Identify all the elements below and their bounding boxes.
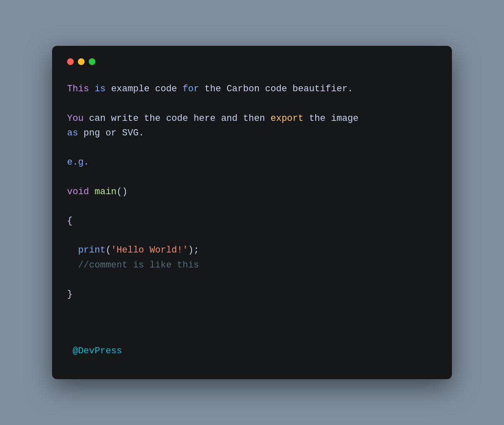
blank-line-7 <box>67 302 437 316</box>
code-display: This is example code for the Carbon code… <box>67 82 437 358</box>
token-and: and <box>221 113 238 124</box>
token-close-paren: ); <box>188 245 199 255</box>
maximize-button[interactable] <box>89 58 95 65</box>
token-is: is <box>95 84 105 94</box>
blank-line-1 <box>67 97 437 111</box>
code-line-6: { <box>67 214 437 228</box>
code-line-2: You can write the code here and then exp… <box>67 111 437 126</box>
token-open-paren: ( <box>105 245 111 255</box>
token-eg: e.g. <box>67 157 89 168</box>
code-window: This is example code for the Carbon code… <box>52 46 452 379</box>
minimize-button[interactable] <box>78 58 85 65</box>
token-example: example code <box>111 84 177 94</box>
token-close-brace: } <box>67 289 72 300</box>
token-you: You <box>67 113 84 124</box>
code-line-4: e.g. <box>67 155 437 170</box>
code-line-1: This is example code for the Carbon code… <box>67 82 437 96</box>
token-void: void <box>67 187 89 197</box>
token-for: for <box>182 84 199 94</box>
blank-line-6 <box>67 272 437 287</box>
token-the-image: the image <box>309 113 359 124</box>
token-as: as <box>67 128 78 138</box>
token-export: export <box>271 113 304 124</box>
blank-line-8 <box>67 316 437 331</box>
close-button[interactable] <box>67 58 74 65</box>
token-then: then <box>243 113 265 124</box>
token-parens: () <box>117 187 127 197</box>
token-main: main <box>95 187 117 197</box>
code-line-7: print('Hello World!'); <box>67 243 437 258</box>
code-line-8: //comment is like this <box>67 258 437 272</box>
code-line-9: } <box>67 287 437 302</box>
blank-line-3 <box>67 170 437 184</box>
token-open-brace: { <box>67 216 72 226</box>
token-print: print <box>78 245 105 255</box>
token-png: png or SVG. <box>84 128 144 138</box>
token-string: 'Hello World!' <box>111 245 188 255</box>
devpress-handle: @DevPress <box>67 344 437 358</box>
titlebar <box>67 58 437 65</box>
blank-line-2 <box>67 140 437 155</box>
token-can: can write the code here <box>89 113 216 124</box>
blank-line-5 <box>67 228 437 243</box>
code-line-5: void main() <box>67 185 437 199</box>
token-this: This <box>67 84 89 94</box>
token-the: the Carbon code beautifier. <box>205 84 353 94</box>
code-line-3: as png or SVG. <box>67 126 437 140</box>
blank-line-4 <box>67 199 437 214</box>
token-comment: //comment is like this <box>78 260 199 270</box>
